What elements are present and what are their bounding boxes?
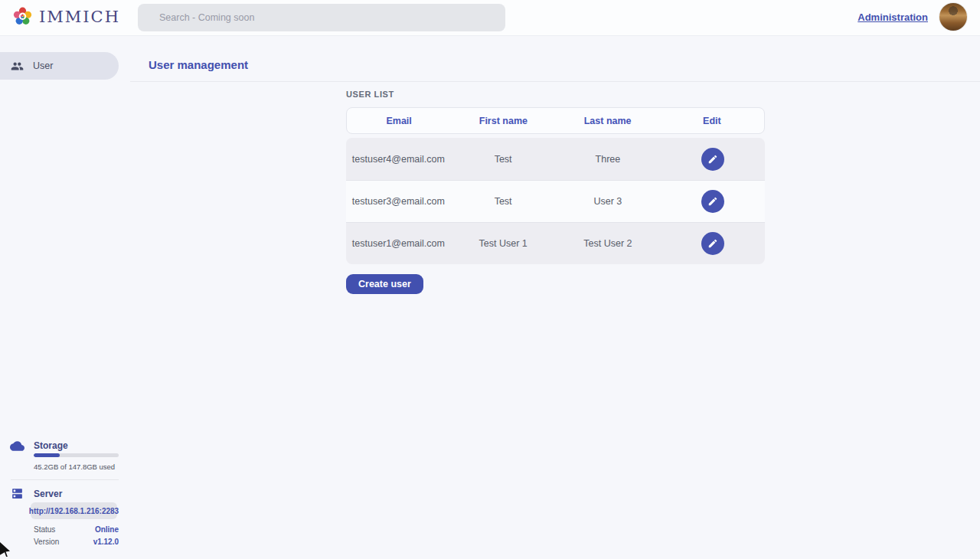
version-label: Version [34, 538, 59, 546]
pencil-icon [707, 154, 718, 165]
app-title: IMMICH [39, 8, 120, 26]
cell-first-name: Test User 1 [451, 238, 556, 249]
search-input[interactable] [138, 4, 505, 31]
cell-email: testuser3@email.com [346, 196, 451, 207]
mouse-cursor [0, 542, 10, 557]
server-dns-icon [11, 487, 24, 503]
table-row: testuser4@email.com Test Three [346, 138, 765, 180]
server-url-badge: http://192.168.1.216:2283 [31, 502, 117, 519]
server-title: Server [34, 489, 62, 499]
cell-email: testuser1@email.com [346, 238, 451, 249]
pencil-icon [707, 196, 718, 207]
column-header-last-name: Last name [556, 116, 660, 126]
cell-last-name: Three [556, 154, 661, 165]
cell-last-name: User 3 [556, 196, 661, 207]
cloud-icon [10, 439, 24, 456]
immich-flower-icon [12, 6, 33, 27]
edit-user-button[interactable] [701, 190, 724, 213]
sidebar-item-user[interactable]: User [0, 52, 119, 80]
administration-link[interactable]: Administration [858, 11, 928, 23]
edit-user-button[interactable] [701, 148, 724, 171]
user-table-header: Email First name Last name Edit [346, 107, 765, 134]
top-header-bar: IMMICH Administration [0, 0, 980, 36]
status-value: Online [95, 525, 119, 534]
user-table: testuser4@email.com Test Three testuser3… [346, 138, 765, 264]
storage-progress-bar [34, 453, 119, 457]
user-list-label: USER LIST [346, 90, 394, 99]
server-status-row: Status Online [34, 525, 119, 534]
user-avatar[interactable] [939, 3, 967, 31]
pencil-icon [707, 238, 718, 249]
sidebar-item-user-label: User [33, 60, 53, 71]
cell-last-name: Test User 2 [556, 238, 661, 249]
edit-user-button[interactable] [701, 232, 724, 255]
server-version-row: Version v1.12.0 [34, 537, 119, 546]
version-value: v1.12.0 [93, 538, 119, 546]
cell-first-name: Test [451, 154, 556, 165]
storage-progress-fill [34, 453, 60, 457]
storage-title: Storage [34, 440, 68, 451]
app-logo[interactable]: IMMICH [12, 6, 120, 27]
create-user-button[interactable]: Create user [346, 274, 423, 294]
status-label: Status [34, 525, 55, 534]
table-row: testuser3@email.com Test User 3 [346, 180, 765, 222]
page-title: User management [149, 58, 248, 71]
cell-first-name: Test [451, 196, 556, 207]
cell-email: testuser4@email.com [346, 154, 451, 165]
storage-usage-text: 45.2GB of 147.8GB used [34, 463, 115, 471]
panel-divider [11, 479, 119, 480]
column-header-edit: Edit [660, 116, 764, 126]
user-group-icon [11, 60, 24, 73]
column-header-first-name: First name [451, 116, 555, 126]
title-divider [130, 81, 980, 82]
column-header-email: Email [347, 116, 451, 126]
table-row: testuser1@email.com Test User 1 Test Use… [346, 222, 765, 264]
